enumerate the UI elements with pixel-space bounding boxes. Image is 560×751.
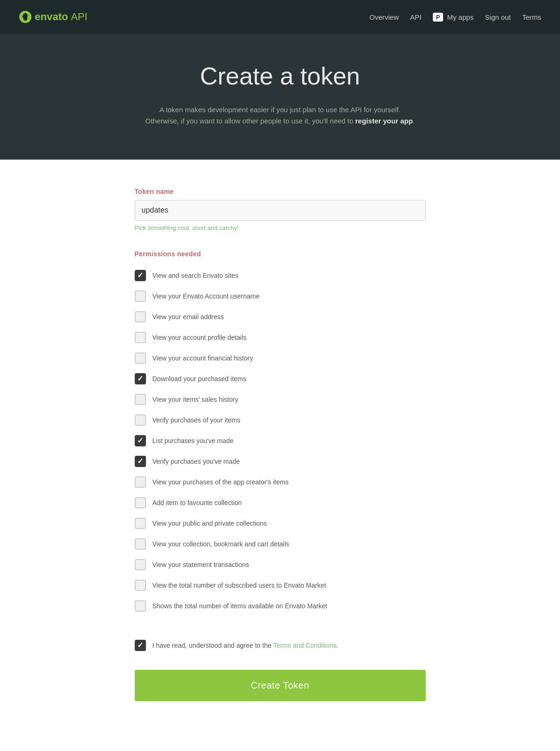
checkmark-icon: ✓: [137, 437, 143, 444]
permission-checkbox-2[interactable]: [135, 291, 146, 302]
permission-item: ✓View and search Envato sites: [135, 265, 426, 286]
permission-item: ✓Download your purchased items: [135, 368, 426, 389]
permission-checkbox-5[interactable]: [135, 353, 146, 364]
permission-label-17: Shows the total number of items availabl…: [153, 602, 328, 610]
nav-signout[interactable]: Sign out: [485, 13, 511, 21]
permission-label-11: View your purchases of the app creator's…: [153, 478, 289, 486]
permission-item: ✓Verify purchases you've made: [135, 451, 426, 472]
permission-checkbox-9[interactable]: ✓: [135, 435, 146, 446]
permission-label-6: Download your purchased items: [153, 375, 246, 383]
permission-checkbox-7[interactable]: [135, 394, 146, 405]
permission-checkbox-17[interactable]: [135, 600, 146, 612]
permission-item: View your Envato Account username: [135, 286, 426, 307]
permission-label-15: View your statement transactions: [153, 561, 249, 568]
main-form: Token name Pick something cool, short an…: [116, 160, 445, 739]
permission-checkbox-13[interactable]: [135, 518, 146, 529]
permission-item: Verify purchases of your items: [135, 410, 426, 430]
myapps-label: My apps: [447, 13, 474, 21]
permission-label-9: List purchases you've made: [153, 437, 234, 444]
permission-label-5: View your account financial history: [153, 354, 253, 362]
permission-item: View your account financial history: [135, 348, 426, 368]
permissions-label: Permissions needed: [135, 250, 426, 258]
permission-label-13: View your public and private collections: [153, 520, 267, 527]
permission-checkbox-10[interactable]: ✓: [135, 456, 146, 467]
permission-item: ✓List purchases you've made: [135, 430, 426, 451]
token-name-input[interactable]: [135, 200, 426, 221]
permission-item: View your account profile details: [135, 327, 426, 348]
myapps-badge: P: [433, 13, 444, 22]
permission-checkbox-12[interactable]: [135, 497, 146, 508]
permission-label-16: View the total number of subscribed user…: [153, 582, 326, 589]
permissions-section: Permissions needed ✓View and search Enva…: [135, 250, 426, 616]
token-name-field: Token name Pick something cool, short an…: [135, 188, 426, 231]
permission-label-3: View your email address: [153, 313, 224, 321]
permission-item: View your statement transactions: [135, 554, 426, 575]
permission-item: View your email address: [135, 307, 426, 327]
checkmark-icon: ✓: [137, 272, 143, 279]
permission-checkbox-15[interactable]: [135, 559, 146, 570]
permissions-list: ✓View and search Envato sitesView your E…: [135, 265, 426, 616]
terms-row: ✓ I have read, understood and agree to t…: [135, 635, 426, 656]
page-title: Create a token: [19, 62, 541, 90]
permission-checkbox-11[interactable]: [135, 476, 146, 488]
permission-item: View your public and private collections: [135, 513, 426, 534]
permission-label-14: View your collection, bookmark and cart …: [153, 540, 290, 548]
nav-api[interactable]: API: [410, 13, 422, 21]
logo: envato API: [19, 10, 87, 23]
create-token-button[interactable]: Create Token: [135, 670, 426, 701]
permission-label-7: View your items' sales history: [153, 396, 238, 403]
permission-item: View the total number of subscribed user…: [135, 575, 426, 596]
logo-text: envato: [35, 11, 68, 23]
permission-label-2: View your Envato Account username: [153, 292, 260, 300]
terms-checkbox[interactable]: ✓: [135, 640, 146, 651]
permission-label-12: Add item to favourite collection: [153, 499, 242, 506]
nav-myapps[interactable]: P My apps: [433, 13, 474, 22]
permission-item: View your collection, bookmark and cart …: [135, 534, 426, 554]
permission-label-4: View your account profile details: [153, 334, 247, 341]
token-name-label: Token name: [135, 188, 426, 195]
main-nav: Overview API P My apps Sign out Terms: [369, 13, 541, 22]
terms-conditions-link[interactable]: Terms and Conditions: [273, 642, 337, 649]
nav-overview[interactable]: Overview: [369, 13, 399, 21]
hero-description: A token makes development easier if you …: [144, 104, 416, 127]
register-app-link[interactable]: register your app: [355, 117, 413, 125]
logo-api-text: API: [71, 11, 87, 23]
envato-logo-icon: [19, 10, 32, 23]
permission-checkbox-3[interactable]: [135, 311, 146, 322]
checkmark-icon: ✓: [137, 375, 143, 383]
permission-item: Shows the total number of items availabl…: [135, 596, 426, 616]
header: envato API Overview API P My apps Sign o…: [0, 0, 560, 34]
permission-label-10: Verify purchases you've made: [153, 458, 240, 465]
hero-section: Create a token A token makes development…: [0, 34, 560, 160]
permission-checkbox-8[interactable]: [135, 414, 146, 426]
permission-label-1: View and search Envato sites: [153, 272, 238, 279]
checkmark-icon: ✓: [137, 458, 143, 465]
token-name-hint: Pick something cool, short and catchy!: [135, 224, 426, 231]
terms-checkmark: ✓: [137, 642, 143, 649]
permission-checkbox-1[interactable]: ✓: [135, 270, 146, 281]
permission-checkbox-6[interactable]: ✓: [135, 373, 146, 384]
permission-item: View your purchases of the app creator's…: [135, 472, 426, 492]
permission-checkbox-14[interactable]: [135, 538, 146, 550]
terms-text: I have read, understood and agree to the…: [153, 642, 339, 649]
permission-checkbox-4[interactable]: [135, 332, 146, 343]
nav-terms[interactable]: Terms: [522, 13, 541, 21]
permission-item: View your items' sales history: [135, 389, 426, 410]
permission-checkbox-16[interactable]: [135, 580, 146, 591]
permission-label-8: Verify purchases of your items: [153, 416, 241, 424]
permission-item: Add item to favourite collection: [135, 492, 426, 513]
